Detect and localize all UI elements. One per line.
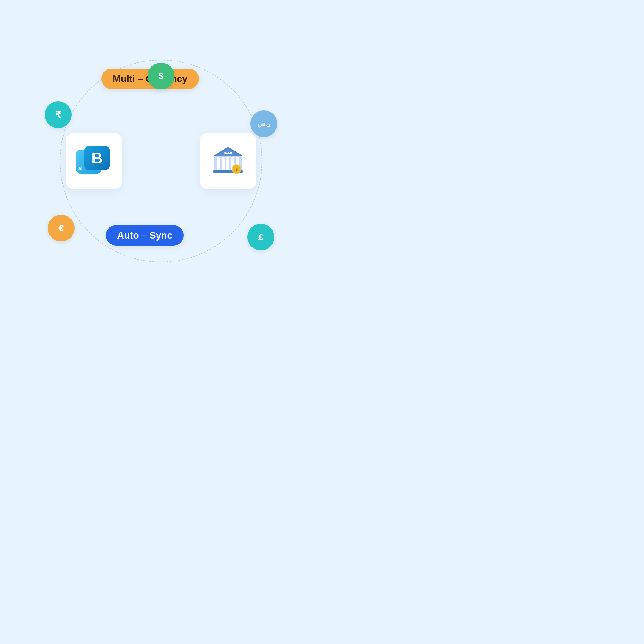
svg-rect-4 — [222, 157, 225, 170]
riyal-symbol: ر.س — [257, 120, 270, 128]
rupee-symbol: ₹ — [55, 110, 61, 120]
rupee-bubble: ₹ — [45, 101, 72, 128]
b-letter: B — [92, 150, 103, 166]
pound-symbol: £ — [258, 232, 264, 242]
euro-bubble: € — [48, 215, 75, 241]
dollar-symbol: $ — [159, 71, 164, 81]
riyal-bubble: ر.س — [250, 110, 277, 137]
bank-icon: BANK $ — [210, 145, 246, 177]
svg-text:$: $ — [235, 167, 238, 171]
app-card: ai ✦ B — [66, 133, 122, 189]
ai-text-label: ai — [78, 165, 83, 171]
auto-sync-label: Auto – Sync — [106, 225, 184, 246]
dashed-line — [125, 161, 197, 161]
svg-text:BANK: BANK — [224, 151, 233, 155]
auto-sync-text: Auto – Sync — [117, 230, 172, 241]
svg-rect-5 — [226, 157, 229, 170]
main-scene: Multi – Currency Auto – Sync ai ✦ B — [27, 27, 295, 295]
pound-bubble: £ — [247, 224, 274, 250]
ai-card-front: B — [84, 146, 110, 170]
ai-logo: ai ✦ B — [76, 146, 112, 176]
dollar-bubble: $ — [148, 63, 174, 89]
bank-card: BANK $ — [200, 133, 256, 189]
euro-symbol: € — [59, 223, 64, 233]
svg-rect-3 — [217, 157, 220, 170]
